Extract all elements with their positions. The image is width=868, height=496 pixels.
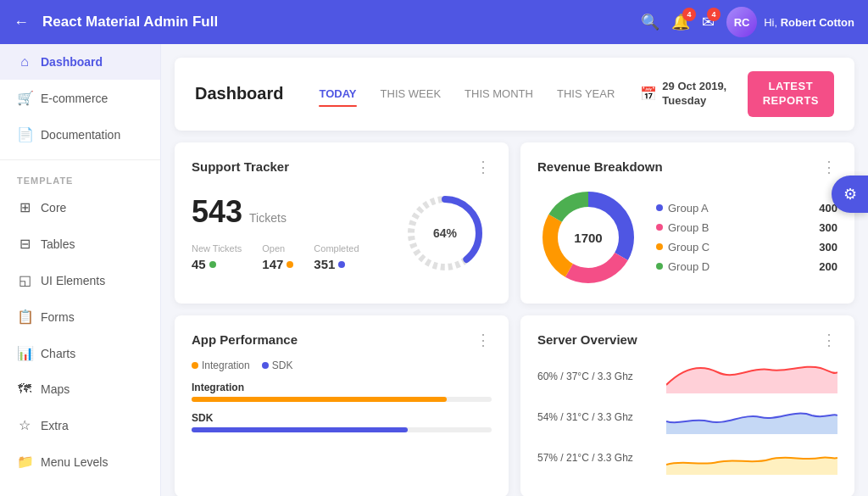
sidebar-label-extra: Extra bbox=[41, 419, 69, 432]
integration-bar-fill bbox=[192, 397, 447, 402]
tab-this-week[interactable]: THIS WEEK bbox=[369, 82, 453, 105]
server-row-1: 60% / 37°C / 3.3 Ghz bbox=[537, 359, 837, 393]
sidebar: ⌂ Dashboard 🛒 E-commerce 📄 Documentation… bbox=[0, 44, 161, 496]
gear-icon: ⚙ bbox=[843, 185, 857, 203]
calendar-icon: 📅 bbox=[640, 86, 657, 102]
back-button[interactable]: ← bbox=[14, 14, 29, 31]
server-overview-title: Server Overview bbox=[537, 332, 637, 347]
template-section-label: TEMPLATE bbox=[0, 167, 160, 189]
revenue-breakdown-header: Revenue Breakdown ⋮ bbox=[537, 158, 837, 176]
notifications-button[interactable]: 🔔 4 bbox=[671, 13, 690, 31]
sidebar-item-maps[interactable]: 🗺 Maps bbox=[0, 371, 160, 407]
revenue-breakdown-title: Revenue Breakdown bbox=[537, 159, 663, 174]
user-menu[interactable]: RC Hi, Robert Cotton bbox=[726, 7, 854, 37]
tab-today[interactable]: TODAY bbox=[307, 82, 368, 105]
username-label: Hi, Robert Cotton bbox=[764, 16, 854, 29]
server-label-2: 54% / 31°C / 3.3 Ghz bbox=[537, 411, 656, 423]
tab-this-year[interactable]: THIS YEAR bbox=[545, 82, 626, 105]
ticket-stat-open: Open 147 bbox=[262, 243, 293, 271]
legend-dot-a bbox=[656, 204, 663, 211]
page-title: Dashboard bbox=[195, 84, 283, 103]
current-date: 📅 29 Oct 2019, Tuesday bbox=[640, 80, 726, 109]
server-overview-card: Server Overview ⋮ 60% / 37°C / 3.3 Ghz 5… bbox=[520, 315, 854, 496]
sidebar-label-ui-elements: UI Elements bbox=[41, 274, 105, 287]
legend-value-c: 300 bbox=[819, 241, 837, 254]
server-row-2: 54% / 31°C / 3.3 Ghz bbox=[537, 400, 837, 434]
app-performance-card: App Performance ⋮ Integration SDK Integr… bbox=[175, 315, 509, 496]
legend-value-d: 200 bbox=[819, 260, 837, 273]
sidebar-label-ecommerce: E-commerce bbox=[41, 92, 108, 105]
latest-reports-button[interactable]: LATESTREPORTS bbox=[748, 71, 834, 117]
forms-icon: 📋 bbox=[17, 309, 32, 325]
table-icon: ⊟ bbox=[17, 236, 32, 252]
support-tracker-card: Support Tracker ⋮ 543 Tickets New Ticket… bbox=[175, 142, 509, 304]
sidebar-item-charts[interactable]: 📊 Charts bbox=[0, 335, 160, 371]
sidebar-item-ui-elements[interactable]: ◱ UI Elements bbox=[0, 262, 160, 298]
sidebar-item-tables[interactable]: ⊟ Tables bbox=[0, 226, 160, 262]
support-tracker-left: 543 Tickets New Tickets 45 bbox=[192, 194, 398, 271]
sidebar-item-extra[interactable]: ☆ Extra bbox=[0, 407, 160, 443]
revenue-legend: Group A 400 Group B 300 bbox=[656, 202, 837, 273]
star-icon: ☆ bbox=[17, 417, 32, 433]
sidebar-item-documentation[interactable]: 📄 Documentation bbox=[0, 116, 160, 153]
legend-dot-b bbox=[656, 224, 663, 231]
mail-button[interactable]: ✉ 4 bbox=[702, 13, 715, 31]
tab-this-month[interactable]: THIS MONTH bbox=[453, 82, 545, 105]
server-chart-3 bbox=[666, 441, 837, 475]
sdk-bar-group: SDK bbox=[192, 412, 492, 432]
charts-icon: 📊 bbox=[17, 345, 32, 361]
sidebar-item-menu-levels[interactable]: 📁 Menu Levels bbox=[0, 443, 160, 480]
support-donut-chart: 64% bbox=[398, 187, 492, 280]
ticket-stat-completed: Completed 351 bbox=[314, 243, 359, 271]
performance-legend: Integration SDK bbox=[192, 359, 492, 371]
date-text: 29 Oct 2019, Tuesday bbox=[662, 80, 726, 109]
integration-dot bbox=[192, 362, 198, 369]
app-performance-title: App Performance bbox=[192, 332, 298, 347]
support-tracker-content: 543 Tickets New Tickets 45 bbox=[192, 187, 492, 280]
legend-group-a: Group A 400 bbox=[656, 202, 837, 215]
topbar-icons: 🔍 🔔 4 ✉ 4 RC Hi, Robert Cotton bbox=[641, 7, 854, 37]
search-button[interactable]: 🔍 bbox=[641, 13, 659, 31]
revenue-donut-chart: 1700 bbox=[537, 187, 639, 288]
legend-group-d: Group D 200 bbox=[656, 260, 837, 273]
server-overview-header: Server Overview ⋮ bbox=[537, 331, 837, 349]
maps-icon: 🗺 bbox=[17, 382, 32, 397]
legend-integration: Integration bbox=[192, 359, 250, 371]
integration-bar-group: Integration bbox=[192, 382, 492, 402]
legend-dot-d bbox=[656, 263, 663, 270]
donut-center-pct: 64% bbox=[433, 226, 457, 240]
notification-badge: 4 bbox=[682, 8, 696, 21]
legend-value-b: 300 bbox=[819, 221, 837, 234]
topbar: ← React Material Admin Full 🔍 🔔 4 ✉ 4 RC… bbox=[0, 0, 868, 44]
sidebar-item-ecommerce[interactable]: 🛒 E-commerce bbox=[0, 80, 160, 116]
ticket-count: 543 Tickets bbox=[192, 194, 398, 230]
support-tracker-menu[interactable]: ⋮ bbox=[476, 158, 492, 176]
server-chart-2 bbox=[666, 400, 837, 434]
sidebar-divider bbox=[0, 159, 160, 160]
doc-icon: 📄 bbox=[17, 126, 32, 142]
ticket-stats: New Tickets 45 Open 147 bbox=[192, 243, 398, 271]
app-performance-menu[interactable]: ⋮ bbox=[476, 331, 492, 349]
support-tracker-title: Support Tracker bbox=[192, 159, 289, 174]
app-performance-header: App Performance ⋮ bbox=[192, 331, 492, 349]
open-tickets-dot bbox=[287, 261, 293, 268]
legend-group-c: Group C 300 bbox=[656, 241, 837, 254]
server-overview-menu[interactable]: ⋮ bbox=[821, 331, 837, 349]
sidebar-item-forms[interactable]: 📋 Forms bbox=[0, 298, 160, 335]
integration-bar-track bbox=[192, 397, 492, 402]
sdk-dot bbox=[262, 362, 269, 369]
revenue-content: 1700 Group A 400 bbox=[537, 187, 837, 288]
sidebar-label-charts: Charts bbox=[41, 347, 75, 360]
mail-badge: 4 bbox=[707, 8, 721, 21]
sdk-bar-fill bbox=[192, 427, 408, 432]
settings-fab[interactable]: ⚙ bbox=[832, 176, 868, 213]
revenue-breakdown-menu[interactable]: ⋮ bbox=[821, 158, 837, 176]
sidebar-label-documentation: Documentation bbox=[41, 128, 120, 142]
sidebar-item-core[interactable]: ⊞ Core bbox=[0, 189, 160, 226]
dashboard-row-1: Support Tracker ⋮ 543 Tickets New Ticket… bbox=[175, 142, 854, 304]
sidebar-label-menu-levels: Menu Levels bbox=[41, 455, 108, 469]
layout: ⌂ Dashboard 🛒 E-commerce 📄 Documentation… bbox=[0, 44, 868, 496]
dashboard-tabs: TODAY THIS WEEK THIS MONTH THIS YEAR bbox=[307, 82, 626, 105]
sidebar-label-tables: Tables bbox=[41, 237, 75, 251]
sidebar-item-dashboard[interactable]: ⌂ Dashboard bbox=[0, 44, 160, 80]
